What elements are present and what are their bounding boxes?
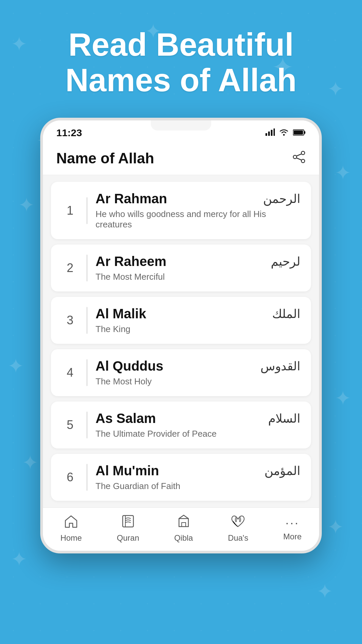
- app-header: Name of Allah: [43, 142, 319, 175]
- phone-mockup: 11:23: [40, 118, 322, 553]
- hero-title: Read Beautiful Names of Allah: [20, 27, 342, 98]
- name-english: Ar Raheem: [96, 254, 166, 269]
- nav-label-quran: Quran: [117, 533, 139, 543]
- bottom-nav: Home Quran Qibla: [43, 507, 319, 551]
- name-arabic: الرحمن: [263, 192, 300, 206]
- name-arabic: القدوس: [260, 359, 300, 373]
- name-divider: [86, 359, 87, 386]
- name-content: Al Mu'min المؤمن The Guardian of Faith: [96, 463, 300, 491]
- battery-icon: [293, 127, 306, 138]
- svg-point-4: [283, 134, 285, 136]
- name-arabic: السلام: [268, 412, 300, 426]
- svg-line-12: [297, 158, 301, 160]
- duas-icon: [231, 515, 245, 531]
- more-icon: ···: [285, 516, 299, 530]
- svg-rect-15: [182, 523, 186, 527]
- svg-rect-13: [123, 516, 133, 527]
- name-meaning: The Most Holy: [96, 376, 152, 386]
- quran-icon: [121, 515, 135, 531]
- svg-point-8: [301, 151, 305, 155]
- svg-point-9: [293, 155, 297, 159]
- share-button[interactable]: [292, 150, 306, 167]
- name-meaning: The Guardian of Faith: [96, 481, 180, 491]
- name-divider: [86, 464, 87, 491]
- name-card-1[interactable]: 1 Ar Rahman الرحمن He who wills goodness…: [51, 182, 311, 239]
- nav-label-qibla: Qibla: [174, 533, 193, 543]
- name-meaning: The Most Merciful: [96, 272, 165, 282]
- svg-rect-2: [271, 130, 273, 136]
- name-arabic: لرحيم: [271, 255, 300, 269]
- name-content: Al Quddus القدوس The Most Holy: [96, 359, 300, 387]
- name-number: 4: [62, 366, 78, 380]
- status-icons: [265, 127, 306, 138]
- status-bar: 11:23: [43, 120, 319, 142]
- name-card-2[interactable]: 2 Ar Raheem لرحيم The Most Merciful: [51, 245, 311, 291]
- name-number: 6: [62, 470, 78, 484]
- name-content: Ar Rahman الرحمن He who wills goodness a…: [96, 191, 300, 230]
- name-card-6[interactable]: 6 Al Mu'min المؤمن The Guardian of Faith: [51, 454, 311, 501]
- name-number: 2: [62, 261, 78, 275]
- signal-icon: [265, 127, 275, 138]
- name-card-3[interactable]: 3 Al Malik الملك The King: [51, 297, 311, 344]
- wifi-icon: [279, 127, 289, 138]
- name-divider: [86, 412, 87, 438]
- name-arabic: الملك: [272, 307, 300, 321]
- name-meaning: The Ultimate Provider of Peace: [96, 429, 217, 439]
- svg-rect-7: [294, 130, 303, 135]
- nav-item-duas[interactable]: Dua's: [228, 515, 248, 543]
- home-icon: [64, 515, 78, 531]
- name-number: 3: [62, 313, 78, 327]
- qibla-icon: [176, 515, 191, 531]
- name-english: Al Quddus: [96, 359, 163, 374]
- name-arabic: المؤمن: [264, 464, 300, 478]
- name-divider: [86, 307, 87, 334]
- svg-rect-0: [265, 133, 267, 136]
- name-content: As Salam السلام The Ultimate Provider of…: [96, 411, 300, 439]
- name-meaning: He who wills goodness and mercy for all …: [96, 209, 266, 229]
- name-meaning: The King: [96, 324, 130, 334]
- hero-header: Read Beautiful Names of Allah: [0, 0, 362, 118]
- status-time: 11:23: [56, 127, 82, 139]
- name-content: Ar Raheem لرحيم The Most Merciful: [96, 254, 300, 282]
- name-number: 1: [62, 204, 78, 218]
- name-card-4[interactable]: 4 Al Quddus القدوس The Most Holy: [51, 349, 311, 396]
- svg-point-10: [301, 159, 305, 163]
- svg-rect-6: [304, 131, 305, 134]
- nav-item-qibla[interactable]: Qibla: [174, 515, 193, 543]
- name-english: Al Malik: [96, 306, 146, 321]
- phone-notch: [151, 120, 211, 130]
- nav-label-more: More: [283, 532, 302, 541]
- nav-item-quran[interactable]: Quran: [117, 515, 139, 543]
- name-divider: [86, 255, 87, 281]
- name-card-5[interactable]: 5 As Salam السلام The Ultimate Provider …: [51, 401, 311, 448]
- name-content: Al Malik الملك The King: [96, 306, 300, 334]
- app-bar-title: Name of Allah: [56, 150, 154, 167]
- name-english: Ar Rahman: [96, 191, 167, 206]
- nav-item-more[interactable]: ··· More: [283, 516, 302, 541]
- name-english: Al Mu'min: [96, 463, 159, 478]
- nav-label-duas: Dua's: [228, 533, 248, 543]
- nav-label-home: Home: [60, 533, 82, 543]
- name-number: 5: [62, 418, 78, 432]
- names-list: 1 Ar Rahman الرحمن He who wills goodness…: [43, 175, 319, 507]
- name-english: As Salam: [96, 411, 156, 426]
- svg-rect-1: [268, 131, 270, 136]
- svg-line-11: [297, 154, 301, 156]
- nav-item-home[interactable]: Home: [60, 515, 82, 543]
- svg-rect-3: [274, 128, 275, 136]
- name-divider: [86, 197, 87, 224]
